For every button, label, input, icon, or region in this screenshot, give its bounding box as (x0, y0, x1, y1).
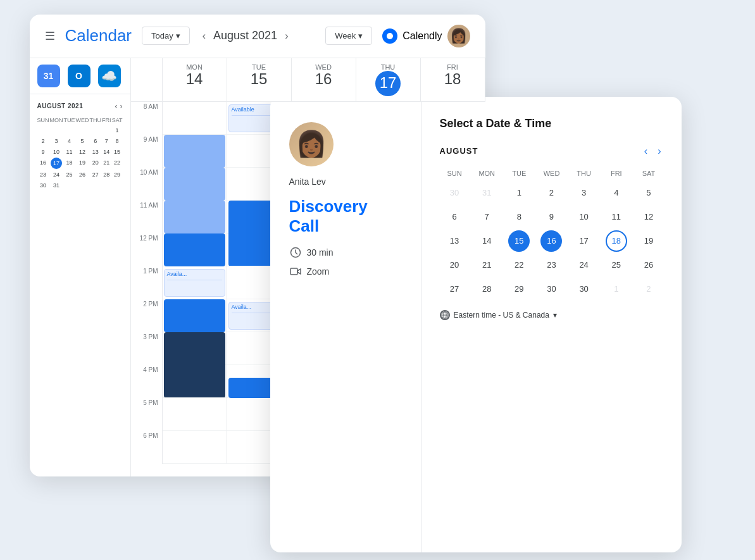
date-cell[interactable]: 2 (540, 182, 562, 204)
cell-mon-11[interactable] (163, 201, 227, 233)
event-mon-2[interactable] (164, 299, 225, 332)
date-cell[interactable]: 27 (444, 278, 465, 300)
mini-day[interactable]: 28 (102, 170, 111, 180)
month-navigation: ‹ August 2021 › (200, 28, 291, 44)
cell-mon-3[interactable] (163, 332, 227, 365)
mini-today[interactable]: 17 (51, 158, 62, 169)
date-cell-16-highlighted[interactable]: 16 (540, 230, 562, 252)
date-cell[interactable]: 31 (476, 182, 497, 204)
mini-day[interactable]: 14 (102, 147, 111, 157)
mini-day[interactable]: 6 (90, 136, 102, 146)
event-mon-1-avail[interactable]: Availa... (164, 269, 225, 297)
event-mon-12[interactable] (164, 233, 225, 266)
google-calendar-icon[interactable]: 31 (37, 65, 60, 87)
cell-mon-8[interactable] (163, 102, 227, 135)
cell-mon-10[interactable] (163, 168, 227, 201)
date-cell[interactable]: 19 (638, 230, 659, 252)
mini-day[interactable]: 19 (76, 158, 89, 169)
mini-day[interactable]: 27 (90, 170, 102, 180)
date-cell[interactable]: 17 (573, 230, 595, 252)
mini-day[interactable]: 18 (64, 158, 75, 169)
mini-next-icon[interactable]: › (120, 102, 123, 111)
time-1pm: 1 PM (131, 266, 163, 299)
date-cell[interactable]: 20 (444, 254, 465, 276)
date-cell[interactable]: 14 (476, 230, 497, 252)
mini-day[interactable]: 25 (64, 170, 75, 180)
date-cell[interactable]: 8 (508, 206, 530, 228)
hamburger-icon[interactable]: ☰ (45, 29, 55, 43)
date-cell[interactable]: 10 (573, 206, 595, 228)
mini-day[interactable]: 20 (90, 158, 102, 169)
cell-mon-6[interactable] (163, 431, 227, 464)
mini-day[interactable]: 16 (37, 158, 49, 169)
date-cell-18-circled[interactable]: 18 (606, 230, 627, 252)
mini-day[interactable]: 12 (76, 147, 89, 157)
outlook-icon[interactable]: O (68, 65, 90, 87)
mini-day[interactable]: 10 (50, 147, 63, 157)
mini-day[interactable]: 21 (102, 158, 111, 169)
mini-day[interactable]: 2 (37, 136, 49, 146)
mini-day[interactable]: 9 (37, 147, 49, 157)
booking-next-month-button[interactable]: › (655, 143, 663, 159)
cell-mon-4[interactable] (163, 365, 227, 398)
date-cell[interactable]: 2 (638, 278, 659, 300)
timezone-dropdown-icon[interactable]: ▾ (553, 311, 557, 320)
today-button[interactable]: Today ▾ (142, 27, 190, 45)
mini-day[interactable]: 29 (112, 170, 123, 180)
mini-day[interactable]: 26 (76, 170, 89, 180)
mini-day[interactable]: 13 (90, 147, 102, 157)
date-cell[interactable]: 24 (573, 254, 595, 276)
date-cell[interactable]: 4 (606, 182, 627, 204)
event-mon-9[interactable] (164, 135, 225, 168)
date-cell[interactable]: 11 (606, 206, 627, 228)
date-cell[interactable]: 1 (508, 182, 530, 204)
mini-day[interactable]: 1 (112, 125, 123, 135)
date-cell[interactable]: 29 (508, 278, 530, 300)
mini-day[interactable]: 22 (112, 158, 123, 169)
cell-mon-12[interactable] (163, 233, 227, 266)
date-cell[interactable]: 6 (444, 206, 465, 228)
mini-day[interactable]: 15 (112, 147, 123, 157)
mini-day[interactable]: 31 (50, 180, 63, 190)
date-cell[interactable]: 12 (638, 206, 659, 228)
date-cell[interactable]: 30 (540, 278, 562, 300)
date-cell[interactable]: 13 (444, 230, 465, 252)
date-cell[interactable]: 30 (444, 182, 465, 204)
mini-day[interactable]: 8 (112, 136, 123, 146)
date-cell[interactable]: 3 (573, 182, 595, 204)
event-mon-11[interactable] (164, 201, 225, 233)
next-month-icon[interactable]: › (282, 28, 290, 44)
date-cell[interactable]: 5 (638, 182, 659, 204)
mini-day[interactable]: 23 (37, 170, 49, 180)
week-view-button[interactable]: Week ▾ (325, 27, 372, 45)
mini-day[interactable]: 24 (50, 170, 63, 180)
cell-mon-1[interactable]: Availa... (163, 266, 227, 299)
date-cell[interactable]: 28 (476, 278, 497, 300)
onedrive-icon[interactable]: ☁️ (98, 65, 121, 87)
cell-mon-2[interactable] (163, 299, 227, 332)
cell-mon-9[interactable] (163, 135, 227, 168)
mini-day[interactable]: 30 (37, 180, 49, 190)
mini-day[interactable]: 5 (76, 136, 89, 146)
date-cell[interactable]: 22 (508, 254, 530, 276)
event-mon-10[interactable] (164, 168, 225, 201)
mini-day[interactable]: 3 (50, 136, 63, 146)
mini-day[interactable]: 7 (102, 136, 111, 146)
date-cell-15-highlighted[interactable]: 15 (508, 230, 530, 252)
date-cell[interactable]: 21 (476, 254, 497, 276)
date-cell[interactable]: 25 (606, 254, 627, 276)
calendly-icon (382, 28, 397, 44)
booking-prev-month-button[interactable]: ‹ (642, 143, 650, 159)
date-cell[interactable]: 23 (540, 254, 562, 276)
mini-day[interactable]: 11 (64, 147, 75, 157)
user-avatar[interactable]: 👩🏾 (447, 25, 470, 47)
prev-month-icon[interactable]: ‹ (200, 28, 208, 44)
date-cell[interactable]: 26 (638, 254, 659, 276)
date-cell[interactable]: 1 (606, 278, 627, 300)
mini-prev-icon[interactable]: ‹ (115, 102, 118, 111)
date-cell[interactable]: 9 (540, 206, 562, 228)
cell-mon-5[interactable] (163, 398, 227, 431)
date-cell[interactable]: 7 (476, 206, 497, 228)
mini-day[interactable]: 4 (64, 136, 75, 146)
date-cell[interactable]: 30 (573, 278, 595, 300)
